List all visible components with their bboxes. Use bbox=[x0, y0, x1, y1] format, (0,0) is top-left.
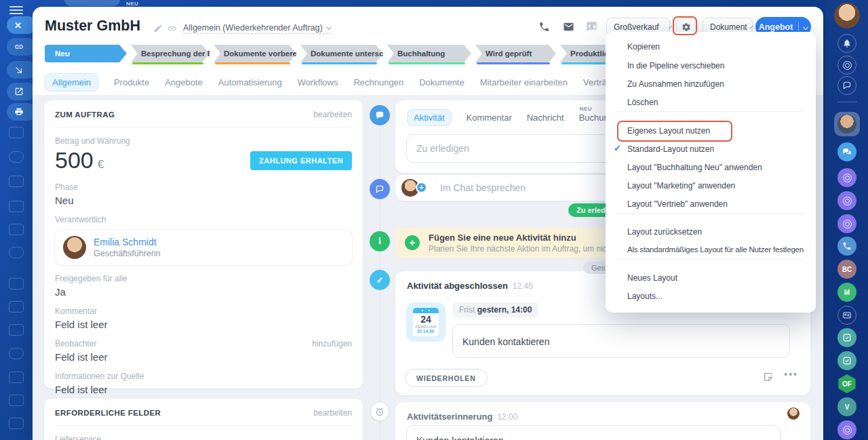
bell-icon bbox=[842, 39, 852, 48]
workspace-app-button-3[interactable] bbox=[837, 214, 856, 233]
contact-badge-bc[interactable]: BC bbox=[837, 260, 856, 279]
note-icon[interactable] bbox=[763, 372, 774, 382]
pipeline-stages: Neu Besprechung der Bes... Dokumente vor… bbox=[45, 45, 662, 62]
contact-badge-m[interactable]: M bbox=[837, 283, 856, 302]
email-button[interactable] bbox=[560, 20, 576, 35]
background-pill bbox=[64, 0, 120, 6]
presentation-icon[interactable] bbox=[9, 176, 24, 187]
deal-context-selector[interactable]: Allgemein (Wiederkehrender Auftrag) bbox=[183, 23, 331, 34]
stage-underline bbox=[477, 62, 550, 64]
menu-item-neues-layout[interactable]: Neues Layout bbox=[627, 273, 677, 283]
add-participant-icon[interactable]: + bbox=[416, 182, 427, 193]
document-icon[interactable] bbox=[9, 324, 24, 336]
menu-item-layout-vertrieb[interactable]: Layout "Vertrieb" anwenden bbox=[627, 199, 728, 209]
tab-allgemein[interactable]: Allgemein bbox=[45, 73, 98, 92]
composer-tab-nachricht[interactable]: Nachricht bbox=[527, 113, 564, 123]
panel-title: ZUM AUFTRAG bbox=[55, 111, 115, 119]
contacts-app-button[interactable] bbox=[837, 306, 856, 325]
badge-v[interactable]: V bbox=[837, 397, 856, 416]
menu-item-layouts[interactable]: Layouts... bbox=[627, 292, 663, 301]
comment-label: Kommentar bbox=[55, 306, 352, 316]
swirl-icon bbox=[843, 220, 852, 228]
menu-item-standard-layout[interactable]: Standard-Layout nutzen bbox=[627, 144, 714, 154]
call-button[interactable] bbox=[536, 20, 552, 35]
connection-icon[interactable] bbox=[9, 395, 24, 406]
tab-produkte[interactable]: Produkte bbox=[114, 77, 149, 87]
edit-panel-link[interactable]: bearbeiten bbox=[313, 110, 352, 119]
active-contact-avatar[interactable] bbox=[834, 112, 860, 136]
edit-icon[interactable] bbox=[153, 24, 163, 33]
stage-underline bbox=[389, 62, 465, 64]
chat-app-button[interactable] bbox=[837, 142, 856, 161]
lieferservice-label: Lieferservice bbox=[55, 435, 352, 440]
id-card-icon bbox=[842, 311, 852, 320]
stage-besprechung[interactable]: Besprechung der Bes... bbox=[131, 45, 210, 62]
payments-icon[interactable] bbox=[9, 151, 24, 163]
stage-label: Dokumente vorbereit... bbox=[214, 45, 296, 62]
link-icon[interactable] bbox=[167, 24, 177, 33]
menu-item-ausnahmen[interactable]: Zu Ausnahmen hinzufügen bbox=[627, 79, 724, 89]
menu-item-pipeline-verschieben[interactable]: In die Pipeline verschieben bbox=[627, 61, 724, 71]
check-square-icon bbox=[842, 356, 852, 365]
phone-icon bbox=[538, 21, 550, 33]
stage-neu[interactable]: Neu bbox=[45, 45, 127, 62]
stage-buchhaltung[interactable]: Buchhaltung bbox=[387, 45, 471, 62]
tab-workflows[interactable]: Workflows bbox=[298, 77, 338, 87]
chats-icon[interactable] bbox=[9, 247, 24, 258]
app-swirl-button[interactable] bbox=[837, 56, 856, 75]
notifications-button[interactable] bbox=[837, 34, 856, 53]
menu-item-layout-marketing[interactable]: Layout "Marketing" anwenden bbox=[627, 181, 735, 191]
calendar-icon[interactable] bbox=[9, 127, 24, 138]
conversations-button[interactable] bbox=[837, 76, 856, 95]
user-avatar[interactable] bbox=[834, 3, 860, 28]
mail-icon[interactable] bbox=[9, 224, 24, 235]
menu-item-layout-zuruecksetzen[interactable]: Layout zurücksetzen bbox=[627, 227, 702, 237]
tab-mitarbeiter-einarbeiten[interactable]: Mitarbeiter einarbeiten bbox=[480, 77, 568, 87]
info-icon: i bbox=[370, 231, 390, 252]
add-watcher-link[interactable]: hinzufügen bbox=[312, 339, 352, 348]
menu-item-loeschen[interactable]: Löschen bbox=[627, 98, 658, 107]
menu-item-standard-fuer-alle[interactable]: Als standardmäßiges Layout für alle Nutz… bbox=[627, 245, 804, 254]
tasks-app-button-2[interactable] bbox=[837, 351, 856, 370]
tab-rechnungen[interactable]: Rechnungen bbox=[353, 77, 403, 87]
source-label: Informationen zur Quelle bbox=[55, 372, 352, 381]
menu-item-layout-buchhaltung[interactable]: Layout "Buchhaltung Neu" anwenden bbox=[627, 163, 762, 172]
workspace-app-button-2[interactable] bbox=[837, 191, 856, 210]
phone-app-button[interactable] bbox=[837, 237, 856, 256]
edit-panel-link[interactable]: bearbeiten bbox=[313, 408, 352, 418]
menu-icon[interactable] bbox=[9, 6, 23, 16]
responsible-person-card[interactable]: Emilia Schmidt Geschäftsführerin bbox=[55, 230, 352, 265]
tasks-icon[interactable] bbox=[9, 201, 24, 212]
tab-angebote[interactable]: Angebote bbox=[165, 77, 203, 87]
tasks-app-button-1[interactable] bbox=[837, 328, 856, 347]
tab-automatisierung[interactable]: Automatisierung bbox=[218, 77, 282, 87]
reminder-text-box[interactable]: Kunden kontaktieren bbox=[406, 425, 781, 440]
badge-of[interactable]: OF bbox=[837, 374, 856, 393]
stage-dokumente-unterschreiben[interactable]: Dokumente untersch... bbox=[300, 45, 383, 62]
camera-icon[interactable] bbox=[9, 348, 24, 359]
payment-received-button[interactable]: ZAHLUNG ERHALTEN bbox=[250, 151, 352, 170]
tab-dokumente[interactable]: Dokumente bbox=[419, 77, 464, 87]
menu-item-kopieren[interactable]: Kopieren bbox=[627, 42, 660, 52]
link-icon bbox=[14, 42, 24, 52]
repeat-button[interactable]: WIEDERHOLEN bbox=[405, 369, 488, 387]
company-icon[interactable] bbox=[9, 301, 24, 313]
workspace-app-button-4[interactable] bbox=[837, 420, 856, 439]
stage-dokumente-vorbereiten[interactable]: Dokumente vorbereit... bbox=[214, 45, 296, 62]
workspace-app-button-1[interactable] bbox=[837, 168, 856, 187]
composer-tab-kommentar[interactable]: Kommentar bbox=[467, 113, 512, 123]
page-title: Muster GmbH bbox=[45, 18, 140, 35]
composer-tab-aktivitaet[interactable]: Aktivität bbox=[407, 109, 452, 126]
statistics-icon[interactable] bbox=[9, 418, 24, 429]
stage-wird-geprueft[interactable]: Wird geprüft bbox=[475, 45, 556, 62]
more-options-icon[interactable]: ••• bbox=[784, 369, 798, 380]
activity-text-box[interactable]: Kunden kontaktieren bbox=[452, 324, 790, 358]
responsible-name[interactable]: Emilia Schmidt bbox=[94, 237, 161, 247]
pencil-icon[interactable] bbox=[9, 278, 24, 289]
contacts-icon[interactable] bbox=[9, 372, 24, 383]
chat-action-button[interactable] bbox=[583, 20, 599, 35]
chat-icon bbox=[370, 179, 390, 199]
calendar-tile: 24 FEBRUAR DI 14:00 bbox=[406, 302, 446, 342]
banner-title: Fügen Sie eine neue Aktivität hinzu bbox=[429, 233, 576, 243]
menu-item-eigenes-layout[interactable]: Eigenes Layout nutzen bbox=[627, 126, 710, 136]
